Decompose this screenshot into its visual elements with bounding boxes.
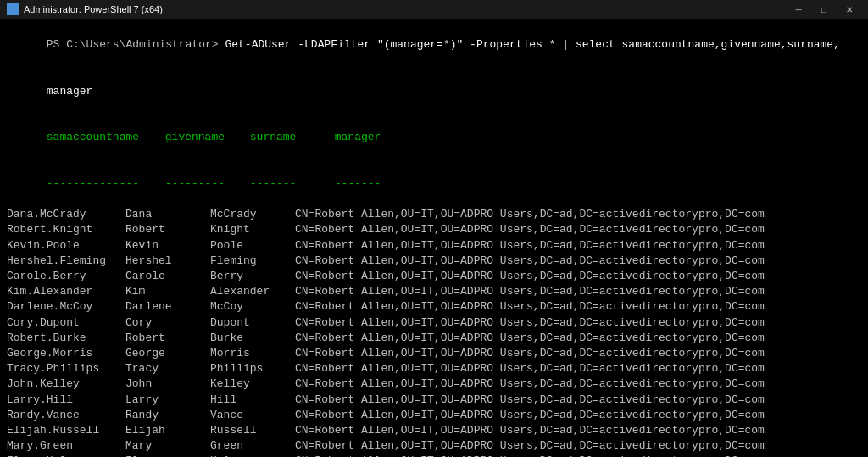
cell-manager: CN=Robert Allen,OU=IT,OU=ADPRO Users,DC=… (295, 285, 765, 298)
title-bar-left: PS Administrator: PowerShell 7 (x64) (7, 3, 163, 15)
cell-given: Hershel (125, 254, 210, 269)
cell-sam: Hershel.Fleming (7, 254, 125, 269)
header-given: givenname (165, 130, 250, 145)
cell-sur: Hill (210, 393, 295, 408)
table-row: Dana.McCradyDanaMcCradyCN=Robert Allen,O… (7, 207, 861, 222)
header-manager: manager (335, 131, 381, 143)
cell-sur: Russell (210, 423, 295, 438)
cell-sam: George.Morris (7, 346, 125, 361)
cell-manager: CN=Robert Allen,OU=IT,OU=ADPRO Users,DC=… (295, 362, 765, 375)
cell-sur: Burke (210, 331, 295, 346)
cell-sur: Haley (210, 454, 295, 457)
command-line: PS C:\Users\Administrator> Get-ADUser -L… (7, 22, 861, 69)
cell-given: Darlene (125, 299, 210, 315)
command-text-2: manager (47, 85, 93, 98)
command-text: Get-ADUser -LDAPFilter "(manager=*)" -Pr… (225, 38, 840, 51)
cell-sam: Elijah.Russell (7, 423, 125, 438)
cell-manager: CN=Robert Allen,OU=IT,OU=ADPRO Users,DC=… (295, 239, 765, 252)
cell-sam: Mary.Green (7, 438, 125, 454)
table-row: Elijah.RussellElijahRussellCN=Robert All… (7, 423, 861, 438)
cell-sur: Morris (210, 346, 295, 361)
cell-given: George (125, 346, 210, 361)
cell-sam: Randy.Vance (7, 408, 125, 423)
table-row: Robert.BurkeRobertBurkeCN=Robert Allen,O… (7, 331, 861, 346)
cell-manager: CN=Robert Allen,OU=IT,OU=ADPRO Users,DC=… (295, 439, 765, 452)
cell-given: Mary (125, 438, 210, 454)
cell-given: John (125, 376, 210, 392)
cell-sur: Vance (210, 408, 295, 423)
cell-sam: Larry.Hill (7, 393, 125, 408)
table-row: Darlene.McCoyDarleneMcCoyCN=Robert Allen… (7, 299, 861, 315)
cell-manager: CN=Robert Allen,OU=IT,OU=ADPRO Users,DC=… (295, 300, 765, 313)
table-row: Mary.GreenMaryGreenCN=Robert Allen,OU=IT… (7, 438, 861, 454)
cell-sam: Kevin.Poole (7, 238, 125, 254)
powershell-window: PS Administrator: PowerShell 7 (x64) ─ □… (0, 0, 868, 457)
table-row: Hershel.FlemingHershelFlemingCN=Robert A… (7, 254, 861, 269)
header-row: samaccountnamegivennamesurnamemanager (7, 114, 861, 161)
cell-sam: Dana.McCrady (7, 207, 125, 222)
table-row: Robert.KnightRobertKnightCN=Robert Allen… (7, 222, 861, 237)
minimize-button[interactable]: ─ (787, 2, 810, 17)
table-row: George.MorrisGeorgeMorrisCN=Robert Allen… (7, 346, 861, 361)
cell-sur: Knight (210, 222, 295, 237)
title-bar: PS Administrator: PowerShell 7 (x64) ─ □… (0, 0, 868, 19)
table-row: Carole.BerryCaroleBerryCN=Robert Allen,O… (7, 269, 861, 284)
cell-sam: Kim.Alexander (7, 284, 125, 299)
table-row: Cory.DupontCoryDupontCN=Robert Allen,OU=… (7, 315, 861, 331)
cell-sur: Kelley (210, 376, 295, 392)
cell-given: Robert (125, 222, 210, 237)
terminal-body[interactable]: PS C:\Users\Administrator> Get-ADUser -L… (0, 19, 868, 457)
cell-manager: CN=Robert Allen,OU=IT,OU=ADPRO Users,DC=… (295, 393, 765, 406)
cell-given: Larry (125, 393, 210, 408)
table-row: Flora.HaleyFloraHaleyCN=Robert Allen,OU=… (7, 454, 861, 457)
cell-sam: Robert.Burke (7, 331, 125, 346)
header-sur: surname (250, 130, 335, 145)
table-row: Larry.HillLarryHillCN=Robert Allen,OU=IT… (7, 393, 861, 408)
cell-sur: Phillips (210, 361, 295, 376)
cell-sam: Robert.Knight (7, 222, 125, 237)
cell-manager: CN=Robert Allen,OU=IT,OU=ADPRO Users,DC=… (295, 223, 765, 236)
cell-sur: Dupont (210, 315, 295, 331)
maximize-button[interactable]: □ (812, 2, 836, 17)
cell-manager: CN=Robert Allen,OU=IT,OU=ADPRO Users,DC=… (295, 377, 765, 390)
cell-manager: CN=Robert Allen,OU=IT,OU=ADPRO Users,DC=… (295, 316, 765, 329)
cell-sur: Poole (210, 238, 295, 254)
cell-sam: Flora.Haley (7, 454, 125, 457)
command-line-2: manager (7, 69, 861, 115)
cell-given: Randy (125, 408, 210, 423)
cell-sur: McCoy (210, 299, 295, 315)
dash-sur: ------- (250, 176, 335, 192)
data-rows: Dana.McCradyDanaMcCradyCN=Robert Allen,O… (7, 207, 861, 457)
cell-sam: John.Kelley (7, 376, 125, 392)
close-button[interactable]: ✕ (837, 2, 861, 17)
cell-sur: Alexander (210, 284, 295, 299)
cell-sam: Tracy.Phillips (7, 361, 125, 376)
cell-sur: McCrady (210, 207, 295, 222)
cell-given: Cory (125, 315, 210, 331)
cell-sur: Berry (210, 269, 295, 284)
cell-sur: Green (210, 438, 295, 454)
table-row: Kevin.PooleKevinPooleCN=Robert Allen,OU=… (7, 238, 861, 254)
table-row: John.KelleyJohnKelleyCN=Robert Allen,OU=… (7, 376, 861, 392)
cell-given: Kim (125, 284, 210, 299)
cell-manager: CN=Robert Allen,OU=IT,OU=ADPRO Users,DC=… (295, 332, 765, 344)
dash-given: --------- (165, 176, 250, 192)
dash-sam: -------------- (47, 176, 165, 192)
cell-manager: CN=Robert Allen,OU=IT,OU=ADPRO Users,DC=… (295, 208, 765, 220)
cell-given: Flora (125, 454, 210, 457)
dash-row: ------------------------------------- (7, 161, 861, 208)
dash-manager: ------- (335, 177, 381, 190)
window-title: Administrator: PowerShell 7 (x64) (24, 4, 163, 14)
cell-given: Robert (125, 331, 210, 346)
cell-manager: CN=Robert Allen,OU=IT,OU=ADPRO Users,DC=… (295, 424, 765, 437)
cell-manager: CN=Robert Allen,OU=IT,OU=ADPRO Users,DC=… (295, 409, 765, 421)
window-controls: ─ □ ✕ (787, 2, 861, 17)
table-row: Tracy.PhillipsTracyPhillipsCN=Robert All… (7, 361, 861, 376)
cell-given: Tracy (125, 361, 210, 376)
cell-given: Carole (125, 269, 210, 284)
cell-sam: Carole.Berry (7, 269, 125, 284)
table-row: Kim.AlexanderKimAlexanderCN=Robert Allen… (7, 284, 861, 299)
cell-manager: CN=Robert Allen,OU=IT,OU=ADPRO Users,DC=… (295, 270, 765, 282)
cell-given: Elijah (125, 423, 210, 438)
prompt: PS C:\Users\Administrator> (47, 38, 225, 51)
